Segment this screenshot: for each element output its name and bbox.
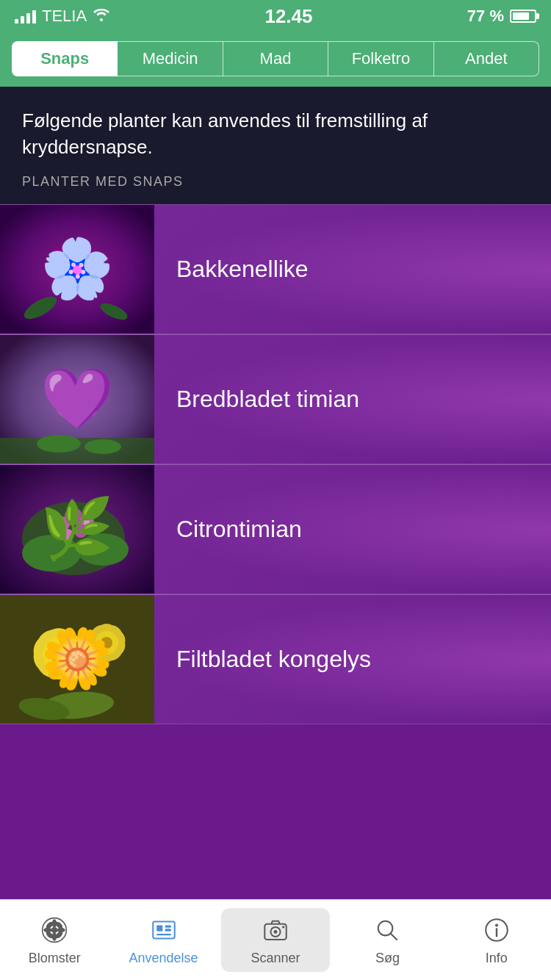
bottom-nav: Blomster Anvendelse Scanner bbox=[0, 899, 551, 980]
nav-label-info: Info bbox=[486, 951, 508, 966]
svg-point-9 bbox=[57, 253, 90, 286]
nav-item-soeg[interactable]: Søg bbox=[333, 908, 442, 972]
plant-list: Bakkenellike bbox=[0, 205, 551, 724]
svg-point-8 bbox=[44, 240, 102, 298]
svg-point-18 bbox=[55, 376, 99, 426]
svg-point-56 bbox=[101, 637, 112, 649]
plant-item-bakkenellike[interactable]: Bakkenellike bbox=[0, 205, 551, 334]
svg-point-4 bbox=[44, 240, 102, 298]
svg-point-35 bbox=[79, 515, 94, 530]
svg-point-11 bbox=[69, 265, 78, 274]
plant-item-filtbladet[interactable]: Filtbladet kongelys bbox=[0, 595, 551, 724]
nav-label-scanner: Scanner bbox=[251, 951, 300, 966]
svg-point-55 bbox=[95, 631, 118, 655]
status-left: TELIA bbox=[15, 7, 110, 26]
plant-image-bredbladet bbox=[0, 335, 154, 464]
svg-point-82 bbox=[495, 923, 498, 926]
tab-mad[interactable]: Mad bbox=[223, 41, 328, 76]
svg-point-24 bbox=[71, 401, 76, 406]
application-icon bbox=[148, 914, 180, 946]
svg-point-17 bbox=[55, 376, 99, 426]
svg-point-38 bbox=[70, 513, 77, 520]
svg-point-34 bbox=[65, 508, 82, 525]
nav-label-soeg: Søg bbox=[375, 951, 400, 966]
svg-rect-0 bbox=[0, 205, 154, 334]
svg-point-40 bbox=[84, 519, 90, 525]
svg-point-76 bbox=[274, 930, 278, 934]
svg-point-2 bbox=[44, 240, 102, 298]
tab-andet[interactable]: Andet bbox=[434, 41, 539, 76]
svg-rect-71 bbox=[165, 925, 170, 927]
svg-point-48 bbox=[50, 645, 68, 663]
svg-rect-70 bbox=[156, 925, 162, 931]
plant-image-bakkenellike bbox=[0, 205, 154, 334]
carrier-label: TELIA bbox=[42, 7, 87, 26]
section-label: PLANTER MED SNAPS bbox=[22, 174, 529, 190]
tab-folketro[interactable]: Folketro bbox=[328, 41, 433, 76]
info-icon bbox=[480, 914, 513, 946]
svg-point-23 bbox=[79, 395, 83, 400]
svg-point-15 bbox=[50, 376, 104, 426]
svg-point-19 bbox=[55, 377, 100, 425]
svg-point-22 bbox=[71, 395, 83, 407]
plant-image-filtbladet bbox=[0, 595, 154, 724]
status-time: 12.45 bbox=[264, 5, 312, 28]
top-tab-bar: Snaps Medicin Mad Folketro Andet bbox=[0, 32, 551, 87]
svg-rect-69 bbox=[153, 922, 174, 939]
tab-medicin[interactable]: Medicin bbox=[118, 41, 223, 76]
description-area: Følgende planter kan anvendes til fremst… bbox=[0, 87, 551, 204]
nav-label-blomster: Blomster bbox=[29, 951, 81, 966]
svg-point-32 bbox=[77, 533, 129, 566]
signal-icon bbox=[15, 9, 36, 24]
svg-point-36 bbox=[62, 529, 73, 541]
plant-name-citrontimian: Citrontimian bbox=[154, 516, 324, 543]
nav-item-info[interactable]: Info bbox=[442, 908, 551, 972]
svg-point-28 bbox=[84, 439, 121, 454]
nav-item-anvendelse[interactable]: Anvendelse bbox=[109, 908, 217, 972]
tab-snaps[interactable]: Snaps bbox=[12, 41, 118, 76]
plant-name-bakkenellike: Bakkenellike bbox=[154, 256, 331, 283]
svg-point-1 bbox=[60, 242, 87, 298]
svg-point-47 bbox=[43, 638, 75, 670]
plant-item-citrontimian[interactable]: Citrontimian bbox=[0, 465, 551, 594]
svg-line-79 bbox=[391, 934, 397, 940]
status-right: 77 % bbox=[467, 7, 536, 26]
svg-point-6 bbox=[44, 240, 102, 298]
nav-item-blomster[interactable]: Blomster bbox=[0, 908, 109, 972]
battery-icon bbox=[510, 10, 536, 23]
svg-point-60 bbox=[51, 927, 57, 933]
svg-point-5 bbox=[60, 242, 87, 298]
plant-name-bredbladet: Bredbladet timian bbox=[154, 386, 381, 413]
wifi-icon bbox=[93, 8, 110, 25]
svg-rect-73 bbox=[156, 934, 171, 935]
camera-icon bbox=[259, 914, 292, 946]
svg-point-25 bbox=[75, 403, 79, 408]
plant-name-filtbladet: Filtbladet kongelys bbox=[154, 646, 393, 673]
svg-point-20 bbox=[55, 377, 100, 425]
svg-point-37 bbox=[74, 525, 87, 538]
svg-rect-72 bbox=[165, 929, 170, 931]
svg-point-31 bbox=[22, 535, 81, 572]
battery-percent: 77 % bbox=[467, 7, 504, 26]
status-bar: TELIA 12.45 77 % bbox=[0, 0, 551, 32]
svg-point-33 bbox=[55, 516, 70, 531]
svg-point-77 bbox=[282, 926, 284, 928]
description-text: Følgende planter kan anvendes til fremst… bbox=[22, 107, 529, 161]
svg-point-21 bbox=[64, 388, 90, 414]
nav-item-scanner[interactable]: Scanner bbox=[221, 908, 330, 972]
nav-label-anvendelse: Anvendelse bbox=[129, 951, 198, 966]
svg-point-39 bbox=[60, 521, 65, 527]
svg-point-49 bbox=[55, 650, 62, 657]
search-icon bbox=[371, 914, 403, 946]
plant-image-citrontimian bbox=[0, 465, 154, 594]
svg-point-3 bbox=[46, 256, 101, 283]
svg-point-7 bbox=[46, 256, 101, 283]
svg-point-27 bbox=[37, 435, 81, 453]
svg-point-10 bbox=[65, 261, 82, 278]
svg-point-16 bbox=[50, 376, 104, 426]
plant-item-bredbladet[interactable]: Bredbladet timian bbox=[0, 335, 551, 464]
content-wrapper: Følgende planter kan anvendes til fremst… bbox=[0, 87, 551, 809]
flower-icon bbox=[38, 914, 71, 946]
svg-point-42 bbox=[38, 628, 79, 680]
